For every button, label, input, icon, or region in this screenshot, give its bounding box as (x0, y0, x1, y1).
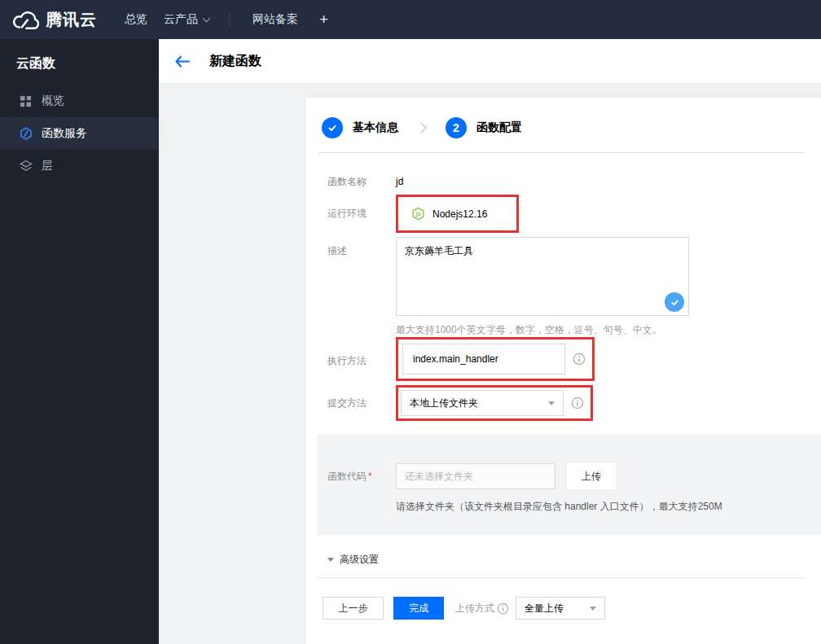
description-textarea[interactable]: 京东薅羊毛工具 (396, 237, 689, 316)
content-area: 基本信息 2 函数配置 函数名称 jd 运行环境 (159, 98, 821, 644)
nav-website-record[interactable]: 网站备案 (252, 12, 298, 27)
sidebar-item-label: 概览 (42, 94, 64, 108)
advanced-settings-toggle[interactable]: 高级设置 (327, 553, 821, 567)
nav-add-button[interactable]: + (319, 11, 328, 28)
upload-button[interactable]: 上传 (565, 462, 617, 491)
svg-text:js: js (415, 210, 420, 217)
annotation-box-runtime: js Nodejs12.16 (396, 195, 519, 233)
annotation-box-submit-method: 本地上传文件夹 (396, 385, 593, 421)
layers-icon (20, 160, 33, 173)
form-row-handler: 执行方法 (305, 337, 821, 381)
brand-name: 腾讯云 (46, 9, 97, 31)
folder-note: 请选择文件夹（该文件夹根目录应包含 handler 入口文件），最大支持250M (396, 500, 821, 514)
top-nav: 总览 云产品 网站备案 + (97, 11, 328, 28)
tencent-cloud-logo[interactable]: 腾讯云 (11, 9, 97, 31)
required-mark: * (368, 471, 372, 482)
sidebar-item-label: 层 (42, 159, 53, 173)
form-row-description: 描述 京东薅羊毛工具 (305, 237, 821, 316)
function-name-value: jd (396, 176, 403, 187)
triangle-down-icon (327, 558, 334, 562)
chevron-down-icon (203, 14, 211, 22)
description-label: 描述 (327, 237, 396, 316)
nav-overview[interactable]: 总览 (125, 12, 147, 27)
runtime-label: 运行环境 (327, 207, 396, 221)
chevron-right-icon (419, 121, 428, 134)
function-icon (20, 127, 33, 140)
submit-method-label: 提交方法 (327, 385, 396, 421)
sidebar-item-label: 函数服务 (42, 126, 87, 141)
step-indicator: 基本信息 2 函数配置 (305, 98, 821, 138)
page-title: 新建函数 (209, 53, 261, 70)
info-icon[interactable] (573, 353, 586, 366)
nodejs-icon: js (411, 207, 425, 221)
valid-checkmark-icon (665, 292, 684, 312)
description-hint: 最大支持1000个英文字母，数字，空格，逗号、句号、中文。 (396, 323, 821, 337)
page-header: 新建函数 (159, 39, 821, 84)
folder-path-input[interactable] (396, 463, 555, 489)
finish-button[interactable]: 完成 (393, 597, 444, 620)
caret-down-icon (590, 607, 596, 611)
upload-mode: 上传方式 (455, 602, 509, 616)
function-code-label: 函数代码* (327, 470, 396, 484)
upload-mode-value: 全量上传 (525, 602, 564, 616)
function-name-label: 函数名称 (327, 176, 396, 187)
sidebar-item-function-service[interactable]: 函数服务 (0, 117, 159, 150)
form-footer: 上一步 完成 上传方式 全量上传 (323, 597, 821, 620)
nav-products-label: 云产品 (164, 12, 198, 27)
sidebar-item-layers[interactable]: 层 (0, 150, 159, 182)
info-icon[interactable] (571, 396, 584, 410)
function-code-panel: 函数代码* 上传 请选择文件夹（该文件夹根目录应包含 handler 入口文件）… (317, 434, 821, 535)
step2-label: 函数配置 (476, 120, 522, 135)
tencent-cloud-logo-icon (11, 10, 39, 30)
main-area: 新建函数 基本信息 2 函数配置 (159, 39, 821, 644)
info-icon[interactable] (497, 602, 509, 615)
runtime-value: Nodejs12.16 (432, 208, 487, 220)
function-config-form: 函数名称 jd 运行环境 js Nodejs12.16 (305, 153, 821, 620)
grid-icon (20, 94, 33, 107)
nav-divider (229, 12, 230, 27)
submit-method-select[interactable]: 本地上传文件夹 (401, 390, 564, 416)
upload-mode-select[interactable]: 全量上传 (516, 597, 605, 620)
previous-step-button[interactable]: 上一步 (323, 597, 384, 620)
top-navigation-bar: 腾讯云 总览 云产品 网站备案 + (0, 0, 821, 39)
new-function-card: 基本信息 2 函数配置 函数名称 jd 运行环境 (305, 98, 821, 644)
form-row-function-name: 函数名称 jd (305, 176, 821, 187)
caret-down-icon (548, 401, 555, 405)
advanced-settings-label: 高级设置 (340, 553, 379, 567)
handler-label: 执行方法 (327, 337, 396, 381)
upload-mode-label: 上传方式 (455, 602, 494, 616)
submit-method-value: 本地上传文件夹 (410, 396, 478, 410)
divider (318, 577, 805, 578)
check-icon (327, 122, 338, 134)
step2-circle: 2 (446, 117, 467, 138)
sidebar: 云函数 概览 函数服务 层 (0, 39, 159, 644)
sidebar-title: 云函数 (0, 39, 159, 85)
nav-products[interactable]: 云产品 (164, 12, 209, 27)
step1-done-circle (322, 117, 343, 138)
step1-label: 基本信息 (353, 120, 398, 135)
form-row-submit-method: 提交方法 本地上传文件夹 (305, 385, 821, 421)
sidebar-item-overview[interactable]: 概览 (0, 85, 159, 117)
handler-input[interactable] (402, 344, 565, 375)
back-arrow-icon[interactable] (174, 52, 192, 70)
form-row-runtime: 运行环境 js Nodejs12.16 (305, 195, 821, 233)
annotation-box-handler (396, 337, 595, 381)
